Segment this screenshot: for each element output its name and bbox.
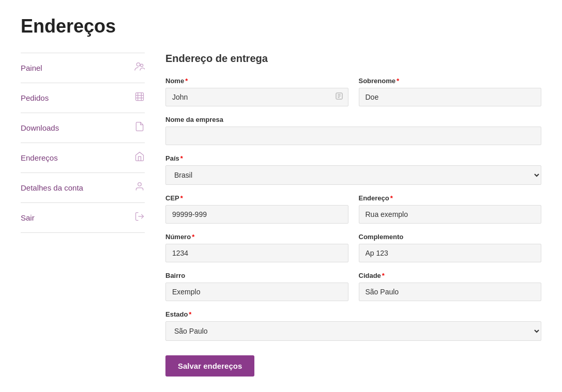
empresa-group: Nome da empresa xyxy=(165,116,541,145)
endereco-group: Endereço* xyxy=(359,194,542,224)
sidebar-item-sair-label: Sair xyxy=(21,213,35,222)
nome-label: Nome* xyxy=(165,77,348,85)
nome-input-wrapper xyxy=(165,88,348,106)
pais-select[interactable]: Brasil Argentina Portugal xyxy=(165,165,541,185)
main-content: Endereço de entrega Nome* xyxy=(145,53,541,386)
enderecos-icon xyxy=(134,151,145,164)
numero-input[interactable] xyxy=(165,244,348,262)
sobrenome-required: * xyxy=(397,77,399,85)
complemento-label: Complemento xyxy=(359,233,542,241)
pais-row: País* Brasil Argentina Portugal xyxy=(165,154,541,185)
numero-group: Número* xyxy=(165,233,348,262)
cep-group: CEP* xyxy=(165,194,348,224)
empresa-row: Nome da empresa xyxy=(165,116,541,145)
sidebar-item-detalhes[interactable]: Detalhes da conta xyxy=(21,173,145,203)
bairro-label: Bairro xyxy=(165,272,348,279)
sidebar-item-detalhes-label: Detalhes da conta xyxy=(21,183,83,192)
section-title: Endereço de entrega xyxy=(165,53,541,65)
pedidos-icon xyxy=(134,91,145,104)
page-title: Endereços xyxy=(21,15,541,37)
cidade-label: Cidade* xyxy=(359,272,542,279)
sidebar-item-painel-label: Painel xyxy=(21,64,42,72)
empresa-label: Nome da empresa xyxy=(165,116,541,123)
bairro-cidade-row: Bairro Cidade* xyxy=(165,272,541,301)
nome-group: Nome* xyxy=(165,77,348,106)
sidebar-item-painel[interactable]: Painel xyxy=(21,53,145,83)
complemento-group: Complemento xyxy=(359,233,542,262)
cep-endereco-row: CEP* Endereço* xyxy=(165,194,541,224)
bairro-group: Bairro xyxy=(165,272,348,301)
endereco-input[interactable] xyxy=(359,205,542,224)
endereco-required: * xyxy=(390,194,393,202)
cep-label: CEP* xyxy=(165,194,348,202)
sidebar-item-sair[interactable]: Sair xyxy=(21,203,145,233)
sidebar-item-enderecos-label: Endereços xyxy=(21,153,58,162)
sidebar-item-downloads[interactable]: Downloads xyxy=(21,113,145,143)
numero-complemento-row: Número* Complemento xyxy=(165,233,541,262)
bairro-input[interactable] xyxy=(165,283,348,301)
svg-point-1 xyxy=(141,64,143,67)
sidebar-item-enderecos[interactable]: Endereços xyxy=(21,143,145,173)
save-row: Salvar endereços xyxy=(165,350,541,377)
cidade-input[interactable] xyxy=(359,283,542,301)
estado-label: Estado* xyxy=(165,310,541,318)
sidebar-item-pedidos-label: Pedidos xyxy=(21,93,49,102)
pais-group: País* Brasil Argentina Portugal xyxy=(165,154,541,185)
sobrenome-group: Sobrenome* xyxy=(359,77,542,106)
pais-required: * xyxy=(180,154,183,162)
sair-icon xyxy=(134,211,145,224)
painel-icon xyxy=(134,61,145,74)
nome-input[interactable] xyxy=(165,88,348,106)
nome-sobrenome-row: Nome* xyxy=(165,77,541,106)
estado-select[interactable]: São Paulo Rio de Janeiro Minas Gerais Ba… xyxy=(165,321,541,341)
svg-point-3 xyxy=(138,183,142,186)
endereco-label: Endereço* xyxy=(359,194,542,202)
cep-input[interactable] xyxy=(165,205,348,224)
save-button[interactable]: Salvar endereços xyxy=(165,355,254,377)
estado-group: Estado* São Paulo Rio de Janeiro Minas G… xyxy=(165,310,541,341)
estado-required: * xyxy=(189,310,191,318)
svg-rect-2 xyxy=(136,93,144,101)
sidebar-item-downloads-label: Downloads xyxy=(21,123,59,132)
cidade-group: Cidade* xyxy=(359,272,542,301)
downloads-icon xyxy=(134,121,145,134)
sobrenome-label: Sobrenome* xyxy=(359,77,542,85)
pais-label: País* xyxy=(165,154,541,162)
svg-point-0 xyxy=(136,63,140,67)
nome-required: * xyxy=(185,77,188,85)
empresa-input[interactable] xyxy=(165,127,541,145)
sobrenome-input[interactable] xyxy=(359,88,542,106)
estado-row: Estado* São Paulo Rio de Janeiro Minas G… xyxy=(165,310,541,341)
sidebar: Painel Pedidos xyxy=(21,53,145,386)
complemento-input[interactable] xyxy=(359,244,542,262)
numero-required: * xyxy=(192,233,194,241)
cep-required: * xyxy=(180,194,183,202)
nome-edit-icon xyxy=(335,92,343,102)
numero-label: Número* xyxy=(165,233,348,241)
sidebar-item-pedidos[interactable]: Pedidos xyxy=(21,83,145,113)
detalhes-icon xyxy=(134,181,145,194)
cidade-required: * xyxy=(382,272,385,279)
